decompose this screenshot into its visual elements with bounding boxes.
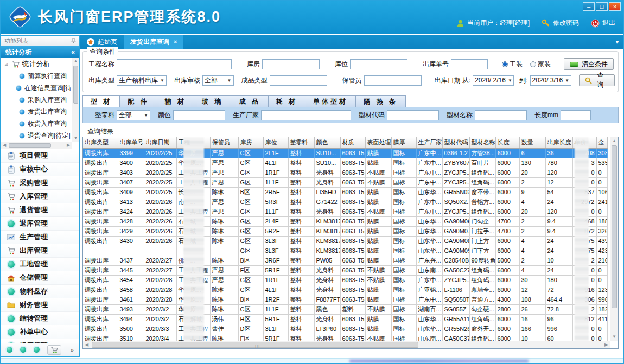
keeper-input[interactable]: [364, 75, 422, 86]
column-header[interactable]: 库位: [263, 137, 288, 148]
sidebar-item-入库管理[interactable]: 入库管理: [1, 190, 79, 203]
table-row[interactable]: 调拨出库34282020/2/26石 城陈琳G区2L4F整料KLM3817606…: [83, 216, 607, 226]
close-button[interactable]: ×: [609, 2, 621, 11]
table-row[interactable]: 调拨出库34302020/2/26石 城陈琳G区3L3F整料KLM3817606…: [83, 236, 607, 246]
material-tab[interactable]: 成 品: [231, 95, 268, 107]
overflow-chevron[interactable]: »: [71, 347, 74, 353]
warehouse-input[interactable]: [262, 59, 320, 69]
out-type-select[interactable]: 生产领料出库▼: [117, 75, 167, 86]
group-dot-icon[interactable]: [20, 347, 26, 353]
sidebar-item-项目管理[interactable]: 项目管理: [1, 149, 79, 163]
column-header[interactable]: 金: [596, 137, 607, 148]
group-dot-icon[interactable]: [34, 347, 40, 353]
column-header[interactable]: 材质: [340, 137, 365, 148]
logout-button[interactable]: 退出: [591, 18, 615, 28]
grid-vertical-scrollbar[interactable]: ▲ ▼: [610, 137, 618, 341]
table-row[interactable]: 调拨出库34092020/2/25长 ...陈琳B区2R5F整料LI35HD60…: [83, 187, 607, 197]
collapse-icon[interactable]: «: [71, 48, 75, 56]
table-row[interactable]: 调拨出库33992020/2/25华 原...严思C区2L1F整料SU10...…: [83, 148, 607, 158]
table-row[interactable]: 调拨出库34612020/2/28华 原...陈琳B区1R2F整料F8877FT…: [83, 295, 607, 304]
sidebar-item-生产管理[interactable]: 生产管理: [1, 231, 79, 244]
column-header[interactable]: 生产厂家: [416, 137, 442, 148]
sidebar-item-采购管理[interactable]: 采购管理: [1, 176, 79, 190]
column-header[interactable]: 颜色: [314, 137, 340, 148]
radio-jiazhuang[interactable]: 家装: [530, 60, 551, 69]
tree-root[interactable]: ⊿ 统计分析: [1, 58, 72, 70]
sidebar-item-物料盘存[interactable]: 物料盘存: [1, 285, 79, 298]
table-row[interactable]: 调拨出库34242020/2/26工 共工程严思G区1L1F整料光身料6063-…: [83, 207, 607, 216]
column-header[interactable]: 整零料: [288, 137, 314, 148]
material-tab[interactable]: 耗 材: [268, 95, 305, 107]
table-row[interactable]: 调拨出库35002020/3/3工 共工程曹佳D区3L1F整料LT3P60606…: [83, 324, 607, 334]
sidebar-item-工地管理[interactable]: 工地管理: [1, 258, 79, 271]
column-header[interactable]: 型材代码: [442, 137, 469, 148]
sidebar-section-header[interactable]: 统计分析 «: [1, 46, 79, 58]
column-header[interactable]: 型材名称: [469, 137, 495, 148]
column-header[interactable]: 出库类型: [83, 137, 118, 148]
material-tab[interactable]: 配 件: [119, 95, 157, 107]
tree-vertical-scrollbar[interactable]: ▲ ▼: [72, 58, 79, 142]
tree-item[interactable]: 发货出库查询: [1, 106, 72, 118]
radio-gongzhuang[interactable]: 工装: [502, 60, 523, 69]
tab-overflow-icon[interactable]: ▼: [615, 40, 620, 45]
sidebar-item-出库管理[interactable]: 出库管理: [1, 244, 79, 258]
pin-icon[interactable]: [71, 38, 76, 44]
date-from-picker[interactable]: 2020/ 2/16▼: [473, 75, 514, 86]
maximize-button[interactable]: □: [596, 2, 608, 11]
table-row[interactable]: 调拨出库34942020/3/2石 辉城汤伟H区5R1F整料光身料6063-T5…: [83, 314, 607, 324]
order-no-input[interactable]: [451, 59, 488, 69]
sidebar-item-补单中心[interactable]: 补单中心: [1, 325, 79, 339]
cart-group-button[interactable]: [47, 345, 61, 355]
table-row[interactable]: 调拨出库34002020/2/25华 原...严思C区4L1F整料SU10...…: [83, 158, 607, 168]
column-header[interactable]: 膜厚: [391, 137, 416, 148]
column-header[interactable]: 出库日期: [144, 137, 176, 148]
sidebar-item-审核中心[interactable]: 审核中心: [1, 163, 79, 176]
search-button[interactable]: 查 询: [579, 74, 615, 86]
material-tab[interactable]: 单体型材: [305, 95, 356, 107]
column-header[interactable]: 出库单号: [118, 137, 144, 148]
tree-item[interactable]: 收货入库查询: [1, 118, 72, 130]
profile-name-input[interactable]: [475, 110, 527, 120]
tree-item[interactable]: 采购入库查询: [1, 94, 72, 106]
material-tab[interactable]: 型 材: [82, 95, 120, 107]
profile-code-input[interactable]: [387, 110, 439, 120]
tab-close-icon[interactable]: ×: [173, 39, 177, 45]
column-header[interactable]: 表面处理: [365, 137, 391, 148]
table-row[interactable]: 调拨出库34372020/2/27佛 ...陈琳B区3R6F整料PW056063…: [83, 256, 607, 265]
table-row[interactable]: 调拨出库34132020/2/26南 ...严思C区5R3F整料G7142260…: [83, 197, 607, 207]
group-dot-icon[interactable]: [7, 347, 12, 353]
column-header[interactable]: 库房: [238, 137, 263, 148]
color-input[interactable]: [173, 110, 225, 120]
tree-item[interactable]: 在途信息查询[待: [1, 82, 72, 94]
table-row[interactable]: 调拨出库34072020/2/25工 共工程严思G区1L1F整料光身料6063-…: [83, 177, 607, 187]
table-row[interactable]: 调拨出库34452020/2/27工 共工程严思F区5R1F整料光身料6063-…: [83, 265, 607, 275]
whole-part-select[interactable]: 全部▼: [117, 110, 150, 120]
column-header[interactable]: 长度: [495, 137, 519, 148]
table-row[interactable]: G区3L3F整料KLM38176063-T5贴膜国标山东华...GA90M09.…: [83, 246, 607, 256]
minimize-button[interactable]: –: [583, 2, 595, 11]
table-row[interactable]: 调拨出库34292020/2/26石 城陈琳G区5R2F整料KLM3817606…: [83, 226, 607, 236]
sidebar-item-退货管理[interactable]: 退货管理: [1, 203, 79, 217]
sidebar-item-仓储管理[interactable]: 仓储管理: [1, 271, 79, 285]
tree-horizontal-scrollbar[interactable]: ◀ ▶: [1, 142, 72, 149]
column-header[interactable]: 数量: [519, 137, 545, 148]
column-header[interactable]: 保管员: [210, 137, 238, 148]
product-type-input[interactable]: [270, 75, 327, 86]
sidebar-item-财务管理[interactable]: 财务管理: [1, 298, 79, 312]
tree-item[interactable]: 退货查询[待定]: [1, 130, 72, 142]
sidebar-item-结转管理[interactable]: 结转管理: [1, 312, 79, 325]
table-row[interactable]: 调拨出库34542020/2/28工 共工程严思G区1R1F整料光身料6063-…: [83, 275, 607, 285]
table-row[interactable]: 调拨出库34582020/2/28华 原...陈琳C区4L1F整料光身料6063…: [83, 285, 607, 295]
material-tab[interactable]: 玻 璃: [194, 95, 231, 107]
location-input[interactable]: [350, 59, 407, 69]
tab-shipment-query[interactable]: 发货出库查询 ×: [124, 35, 183, 49]
grid-horizontal-scrollbar[interactable]: ◀ ||| ▶: [83, 341, 610, 348]
tree-item[interactable]: 预算执行查询: [1, 70, 72, 82]
date-to-picker[interactable]: 2020/ 3/16▼: [530, 75, 571, 86]
sidebar-item-退库管理[interactable]: 退库管理: [1, 217, 79, 231]
table-row[interactable]: 调拨出库34032020/2/25工 共工程严思G区1R1F整料光身料6063-…: [83, 168, 607, 177]
material-tab[interactable]: 隔 热 条: [355, 95, 406, 107]
table-row[interactable]: 调拨出库34932020/3/2华 原...陈琳C区1L1F整料黑色塑料不贴膜国…: [83, 304, 607, 314]
audit-select[interactable]: 全部▼: [202, 75, 234, 86]
clear-conditions-button[interactable]: 清空条件: [564, 58, 614, 70]
